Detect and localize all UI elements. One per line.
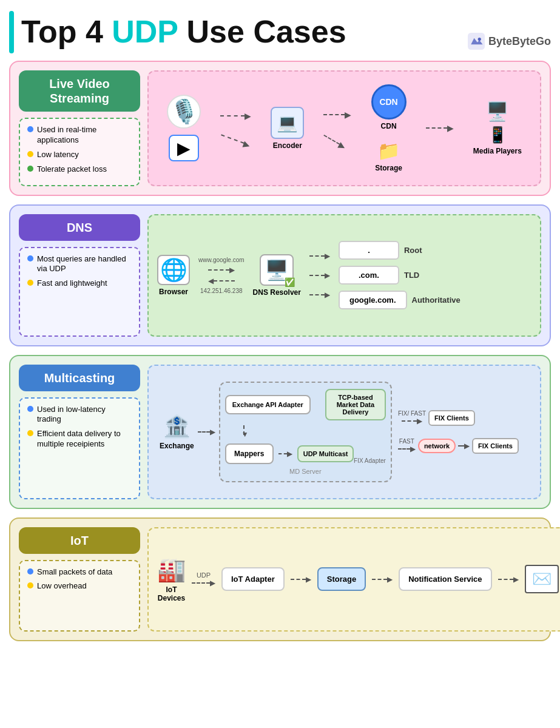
iot-adapter-box: IoT Adapter: [221, 567, 285, 591]
section-dns-left: DNS Most queries are handled via UDP Fas…: [19, 214, 140, 337]
bullet-item: Used in real-time applications: [27, 125, 132, 146]
bullet-dot: [27, 280, 33, 286]
header: Top 4 UDP Use Cases ByteByteGo: [9, 6, 551, 61]
streaming-label: Live Video Streaming: [19, 70, 140, 112]
storage-icon: 📁: [377, 140, 400, 161]
encoder-label: Encoder: [273, 141, 302, 150]
title-udp: UDP: [112, 14, 178, 49]
fix-fast-label: FIX/ FAST: [398, 410, 426, 417]
cdn-icon: CDN: [371, 84, 407, 120]
bullet-dot: [27, 406, 33, 412]
arrow-api-tcp: [315, 401, 320, 408]
dns-level-root: . Root: [339, 241, 531, 260]
dns-levels: . Root .com. TLD google.com. Authoritati…: [339, 241, 531, 309]
arrow-tip: ▶: [210, 428, 215, 436]
arrow-tip: ▶: [287, 450, 292, 458]
media-players-label: Media Players: [473, 147, 522, 155]
dns-resolver-box: 🖥️ ✅ DNS Resolver: [253, 254, 301, 297]
fix-clients-2: FIX Clients: [472, 438, 519, 454]
bullet-dot: [27, 430, 33, 436]
response-ip: 142.251.46.238: [200, 288, 243, 294]
section-dns: DNS Most queries are handled via UDP Fas…: [9, 204, 551, 346]
arrow-down: ▼: [225, 425, 386, 439]
iot-devices-label: IoT Devices: [157, 585, 186, 602]
root-label: Root: [404, 246, 422, 255]
bullet-item: Fast and lightweight: [27, 278, 132, 289]
arrow-tip: ▶: [417, 417, 422, 425]
cdn-storage-col: CDN CDN 📁 Storage: [371, 84, 407, 172]
resolver-icon: 🖥️ ✅: [260, 254, 294, 286]
section-multicast: Multicasting Used in low-latency trading…: [9, 355, 551, 509]
exchange-label: Exchange: [160, 442, 194, 450]
storage-box: 📁 Storage: [375, 140, 402, 172]
dashed-line: [208, 269, 229, 271]
brand-icon: [468, 33, 485, 50]
auth-label: Authoritative: [412, 295, 460, 305]
browser-arrows: www.google.com ▶ ◀ 142.251.46.238: [198, 257, 245, 294]
arrow-tip: ▶: [306, 575, 311, 584]
iot-storage-box: Storage: [317, 567, 366, 591]
fix-fast-arrow: FIX/ FAST ▶: [398, 410, 426, 425]
dashed-line: [323, 135, 340, 145]
dashed-line: [198, 431, 210, 433]
dashed-line: [278, 453, 287, 454]
dns-diagram: 🌐 Browser www.google.com ▶ ◀ 142.251.46.…: [157, 224, 531, 327]
resolver-label: DNS Resolver: [253, 288, 301, 297]
arrow-tip: ▶: [210, 579, 215, 587]
fast-label: FAST: [399, 438, 414, 445]
udp-multicast-box: UDP Multicast: [297, 445, 354, 462]
query-url: www.google.com: [198, 257, 245, 263]
bullet-dot: [27, 582, 33, 588]
arrow: ▶: [291, 575, 311, 584]
arrow-mappers-udp: ▶: [278, 450, 292, 458]
dashed-line: [398, 448, 410, 450]
media-players-box: 🖥️ 📱 Media Players: [473, 101, 522, 155]
arrow-to-media: ▶: [426, 123, 454, 133]
storage-label: Storage: [375, 164, 402, 172]
arrow: ▶: [398, 445, 416, 453]
bullet-text: Used in real-time applications: [37, 125, 132, 146]
email-icon: ✉️: [525, 565, 559, 593]
arrow: ▶: [498, 575, 519, 584]
fix-fast-route: FIX/ FAST ▶ FIX Clients: [398, 410, 519, 426]
bullet-item: Small packets of data: [27, 567, 132, 578]
arrow-exchange: ▶: [198, 428, 215, 436]
bullet-text: Low latency: [37, 150, 79, 160]
exchange-box: 🏦 Exchange: [160, 414, 194, 450]
dashed-line: [372, 579, 387, 580]
dns-bullets: Most queries are handled via UDP Fast an…: [19, 247, 140, 337]
bullet-item: Most queries are handled via UDP: [27, 254, 132, 275]
bullet-dot: [27, 126, 33, 132]
auth-box: google.com.: [339, 291, 407, 309]
cdn-box: CDN CDN: [371, 84, 407, 130]
header-left: Top 4 UDP Use Cases: [9, 11, 346, 53]
bullet-dot: [27, 568, 33, 575]
multicast-diagram: 🏦 Exchange ▶ Exchange API Adapter: [157, 374, 531, 490]
dashed-line: [498, 579, 513, 580]
check-icon: ✅: [285, 277, 295, 287]
phone-icon: 📱: [488, 126, 507, 144]
arrow-to-cdn: ▶: [323, 110, 351, 120]
header-bar: [9, 11, 14, 53]
dns-label: DNS: [19, 214, 140, 241]
streaming-diagram: 🎙️ ▶ ▶ ▶ 💻 Encoder: [157, 80, 531, 177]
dashed-line: [458, 445, 464, 447]
section-dns-diagram: 🌐 Browser www.google.com ▶ ◀ 142.251.46.…: [147, 214, 541, 337]
bullet-text: Low overhead: [37, 581, 87, 592]
section-streaming-left: Live Video Streaming Used in real-time a…: [19, 70, 140, 186]
arrow-tip: ▶: [325, 271, 330, 280]
resolver-level-arrows: ▶ ▶ ▶: [309, 252, 330, 299]
arrow-tip: ▶: [243, 139, 252, 150]
multicast-bullets: Used in low-latency trading Efficient da…: [19, 397, 140, 499]
bullet-dot: [27, 166, 33, 172]
section-streaming-diagram: 🎙️ ▶ ▶ ▶ 💻 Encoder: [147, 70, 541, 186]
dashed-line: [192, 582, 210, 584]
mic-icon: 🎙️: [167, 95, 201, 129]
md-server-label: MD Server: [225, 468, 386, 475]
notification-box: Notification Service: [399, 567, 491, 591]
arrow-tip: ▶: [229, 266, 235, 274]
exchange-icon: 🏦: [163, 414, 191, 439]
arrow1: ▶: [220, 111, 251, 121]
dns-level-auth: google.com. Authoritative: [339, 291, 531, 309]
section-iot-left: IoT Small packets of data Low overhead: [19, 527, 140, 632]
